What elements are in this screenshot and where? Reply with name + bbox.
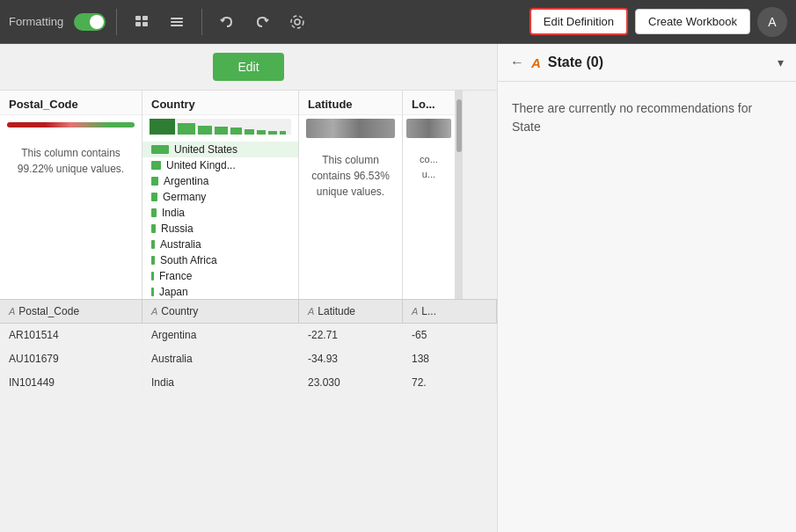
svg-rect-6 [171,25,183,26]
list-item[interactable]: Australia [142,237,298,252]
country-name-9: Japan [159,286,188,298]
svg-point-7 [295,19,300,25]
state-type-icon: A [531,55,541,70]
country-bar-5 [151,224,156,233]
latitude-histogram [306,119,395,138]
country-name-0: United States [174,143,237,156]
list-icon [170,15,184,29]
postal-code-column: Postal_Code This column contains 99.22% … [0,91,142,299]
undo-button[interactable] [213,8,241,36]
th-latitude: A Latitude [299,300,403,323]
list-item[interactable]: Argentina [142,173,298,189]
table-row[interactable]: IN101449 India 23.030 72. [0,371,497,395]
td-postal-1: AU101679 [0,347,142,370]
td-country-1: Australia [142,347,299,370]
list-item[interactable]: India [142,205,298,221]
table-row[interactable]: AU101679 Australia -34.93 138 [0,347,497,371]
hist-bar-2 [198,126,212,135]
toolbar-divider-2 [201,9,202,35]
create-workbook-button[interactable]: Create Workbook [635,9,750,34]
columns-container: Postal_Code This column contains 99.22% … [0,90,497,299]
td-longitude-2: 72. [403,371,497,394]
right-panel-content: There are currently no recommendations f… [498,82,796,532]
country-bar-1 [151,161,161,170]
hist-bar-8 [280,131,285,135]
longitude-type-icon: A [412,306,418,317]
svg-rect-0 [135,16,141,20]
redo-icon [254,14,270,30]
th-longitude: A L... [403,300,497,323]
table-row[interactable]: AR101514 Argentina -22.71 -65 [0,324,497,347]
right-panel-header: ← A State (0) ▾ [498,44,796,82]
list-item[interactable]: Germany [142,189,298,205]
list-item[interactable]: United States [142,142,298,157]
table-header-row: A Postal_Code A Country A Latitude A L..… [0,299,497,324]
list-view-button[interactable] [163,8,191,36]
th-latitude-label: Latitude [318,305,355,317]
longitude-header: Lo... [403,91,455,115]
country-column: Country Unit [142,91,299,299]
settings-icon [289,14,305,30]
edit-button[interactable]: Edit [213,53,283,81]
th-postal-code: A Postal_Code [0,300,142,323]
svg-rect-5 [171,21,183,23]
table-rows: AR101514 Argentina -22.71 -65 AU101679 A… [0,324,497,532]
th-longitude-label: L... [421,305,436,317]
scroll-thumb [456,99,462,152]
table-view-button[interactable] [128,8,156,36]
main-layout: Edit Postal_Code This column contains 99… [0,44,796,532]
longitude-column: Lo... co...u... [403,91,456,299]
table-icon [135,15,149,29]
list-item[interactable]: South Africa [142,252,298,268]
country-bar-8 [151,272,154,281]
state-title: State (0) [548,55,770,70]
settings-button[interactable] [283,8,311,36]
latitude-type-icon: A [308,306,314,317]
country-name-2: Argentina [164,175,208,187]
formatting-label: Formatting [9,15,63,28]
avatar-button[interactable]: A [757,7,787,37]
hist-bar-4 [230,128,242,135]
country-name-8: France [159,270,192,282]
toolbar: Formatting Edit [0,0,796,44]
hist-bar-6 [257,130,266,135]
country-name-1: United Kingd... [166,159,236,171]
country-bar-3 [151,193,157,201]
td-latitude-2: 23.030 [299,371,403,394]
postal-code-content: This column contains 99.22% unique value… [0,135,142,299]
edit-definition-button[interactable]: Edit Definition [529,8,628,35]
th-country-label: Country [161,305,198,317]
td-latitude-1: -34.93 [299,347,403,370]
latitude-header: Latitude [299,91,402,115]
td-longitude-1: 138 [403,347,497,370]
hist-bar-1 [178,123,194,135]
td-postal-0: AR101514 [0,324,142,346]
svg-rect-2 [135,22,141,26]
column-scroll[interactable] [456,91,463,299]
country-bar-6 [151,240,155,249]
country-type-icon: A [151,306,157,317]
latitude-info: This column contains 96.53% unique value… [299,145,402,207]
svg-rect-3 [142,22,148,26]
longitude-info: co...u... [403,145,455,188]
redo-button[interactable] [248,8,276,36]
list-item[interactable]: Japan [142,284,298,299]
country-name-5: Russia [161,222,194,235]
country-header: Country [142,91,298,115]
th-country: A Country [142,300,299,323]
no-recommendations-text: There are currently no recommendations f… [512,99,782,136]
postal-code-header: Postal_Code [0,91,142,115]
postal-histogram [7,122,135,128]
country-bar-7 [151,256,155,265]
longitude-histogram [406,119,451,138]
back-arrow-icon[interactable]: ← [510,55,524,70]
chevron-down-icon[interactable]: ▾ [778,55,784,69]
td-latitude-0: -22.71 [299,324,403,346]
list-item[interactable]: France [142,268,298,284]
td-country-0: Argentina [142,324,299,346]
hist-bar-7 [268,131,277,135]
list-item[interactable]: United Kingd... [142,157,298,173]
list-item[interactable]: Russia [142,221,298,237]
undo-icon [219,14,235,30]
formatting-toggle[interactable] [74,13,106,31]
